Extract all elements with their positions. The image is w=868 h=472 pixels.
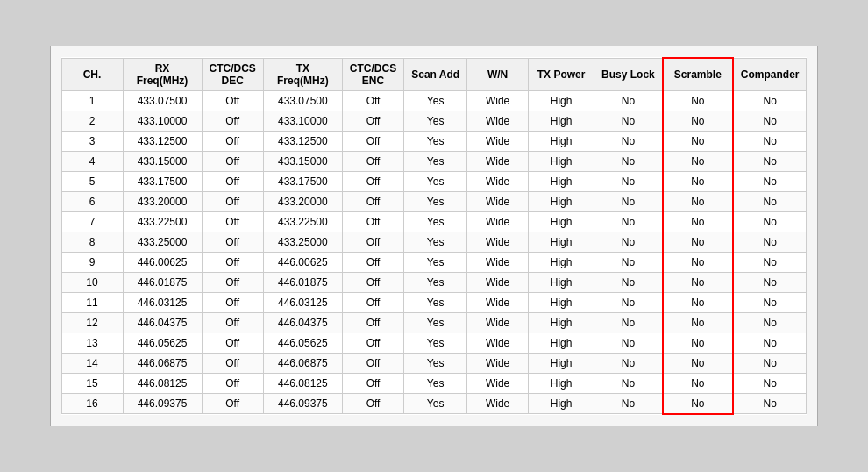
cell-ctc1: Off: [202, 90, 263, 111]
cell-scan: Yes: [404, 373, 467, 393]
table-row: 11446.03125Off446.03125OffYesWideHighNoN…: [61, 292, 807, 312]
cell-ctc2: Off: [342, 90, 403, 111]
cell-ctc1: Off: [202, 111, 263, 131]
cell-busylock: No: [594, 252, 663, 272]
cell-scramble: No: [663, 312, 733, 333]
cell-wn: Wide: [467, 333, 529, 353]
cell-tx: 446.09375: [263, 393, 342, 414]
cell-compander: No: [733, 232, 807, 252]
table-wrapper: CH.RXFreq(MHz)CTC/DCSDECTXFreq(MHz)CTC/D…: [50, 46, 819, 426]
cell-txpower: High: [529, 373, 594, 393]
cell-txpower: High: [529, 292, 594, 312]
col-header-tx: TXFreq(MHz): [263, 58, 342, 90]
cell-ctc1: Off: [202, 373, 263, 393]
cell-txpower: High: [529, 272, 594, 292]
col-header-ctc-dcs: CTC/DCSDEC: [202, 58, 263, 90]
cell-rx: 446.09375: [123, 393, 202, 414]
cell-rx: 446.04375: [123, 312, 202, 333]
table-row: 2433.10000Off433.10000OffYesWideHighNoNo…: [61, 111, 807, 131]
cell-ctc1: Off: [202, 171, 263, 191]
col-header-ch-: CH.: [61, 58, 123, 90]
table-row: 8433.25000Off433.25000OffYesWideHighNoNo…: [61, 232, 807, 252]
cell-txpower: High: [529, 191, 594, 211]
cell-wn: Wide: [467, 171, 529, 191]
cell-wn: Wide: [467, 131, 529, 151]
cell-ctc2: Off: [342, 292, 403, 312]
cell-tx: 433.25000: [263, 232, 342, 252]
cell-scramble: No: [663, 171, 733, 191]
cell-txpower: High: [529, 353, 594, 373]
cell-scramble: No: [663, 252, 733, 272]
cell-busylock: No: [594, 292, 663, 312]
cell-ctc1: Off: [202, 393, 263, 414]
table-row: 6433.20000Off433.20000OffYesWideHighNoNo…: [61, 191, 807, 211]
cell-ch: 12: [61, 312, 123, 333]
cell-ctc2: Off: [342, 393, 403, 414]
cell-scramble: No: [663, 151, 733, 171]
table-row: 15446.08125Off446.08125OffYesWideHighNoN…: [61, 373, 807, 393]
table-row: 12446.04375Off446.04375OffYesWideHighNoN…: [61, 312, 807, 333]
col-header-w-n: W/N: [467, 58, 529, 90]
cell-scan: Yes: [404, 171, 467, 191]
cell-ctc1: Off: [202, 232, 263, 252]
cell-rx: 433.25000: [123, 232, 202, 252]
cell-rx: 433.15000: [123, 151, 202, 171]
cell-ch: 1: [61, 90, 123, 111]
cell-ctc2: Off: [342, 191, 403, 211]
cell-busylock: No: [594, 191, 663, 211]
cell-scan: Yes: [404, 211, 467, 232]
cell-busylock: No: [594, 312, 663, 333]
cell-txpower: High: [529, 151, 594, 171]
cell-wn: Wide: [467, 353, 529, 373]
cell-scramble: No: [663, 272, 733, 292]
table-row: 4433.15000Off433.15000OffYesWideHighNoNo…: [61, 151, 807, 171]
cell-scan: Yes: [404, 90, 467, 111]
col-header-tx-power: TX Power: [529, 58, 594, 90]
cell-ctc1: Off: [202, 252, 263, 272]
cell-tx: 433.07500: [263, 90, 342, 111]
cell-scramble: No: [663, 353, 733, 373]
cell-ctc1: Off: [202, 131, 263, 151]
col-header-scan-add: Scan Add: [404, 58, 467, 90]
cell-scramble: No: [663, 111, 733, 131]
table-row: 10446.01875Off446.01875OffYesWideHighNoN…: [61, 272, 807, 292]
cell-ch: 16: [61, 393, 123, 414]
cell-tx: 446.08125: [263, 373, 342, 393]
cell-busylock: No: [594, 333, 663, 353]
cell-wn: Wide: [467, 232, 529, 252]
table-row: 13446.05625Off446.05625OffYesWideHighNoN…: [61, 333, 807, 353]
cell-ctc2: Off: [342, 252, 403, 272]
cell-ctc1: Off: [202, 211, 263, 232]
col-header-compander: Compander: [733, 58, 807, 90]
cell-busylock: No: [594, 272, 663, 292]
cell-busylock: No: [594, 131, 663, 151]
cell-scan: Yes: [404, 191, 467, 211]
table-row: 7433.22500Off433.22500OffYesWideHighNoNo…: [61, 211, 807, 232]
cell-scan: Yes: [404, 292, 467, 312]
cell-busylock: No: [594, 111, 663, 131]
cell-ch: 10: [61, 272, 123, 292]
cell-ch: 4: [61, 151, 123, 171]
cell-ctc1: Off: [202, 191, 263, 211]
col-header-rx: RXFreq(MHz): [123, 58, 202, 90]
cell-wn: Wide: [467, 111, 529, 131]
cell-scramble: No: [663, 333, 733, 353]
cell-busylock: No: [594, 353, 663, 373]
cell-rx: 433.17500: [123, 171, 202, 191]
table-row: 3433.12500Off433.12500OffYesWideHighNoNo…: [61, 131, 807, 151]
cell-tx: 433.22500: [263, 211, 342, 232]
cell-rx: 433.20000: [123, 191, 202, 211]
cell-tx: 433.15000: [263, 151, 342, 171]
cell-rx: 433.07500: [123, 90, 202, 111]
cell-scan: Yes: [404, 232, 467, 252]
cell-tx: 433.20000: [263, 191, 342, 211]
cell-wn: Wide: [467, 272, 529, 292]
cell-compander: No: [733, 252, 807, 272]
cell-wn: Wide: [467, 373, 529, 393]
cell-scramble: No: [663, 393, 733, 414]
cell-compander: No: [733, 111, 807, 131]
cell-compander: No: [733, 90, 807, 111]
cell-compander: No: [733, 393, 807, 414]
cell-compander: No: [733, 211, 807, 232]
cell-tx: 446.05625: [263, 333, 342, 353]
